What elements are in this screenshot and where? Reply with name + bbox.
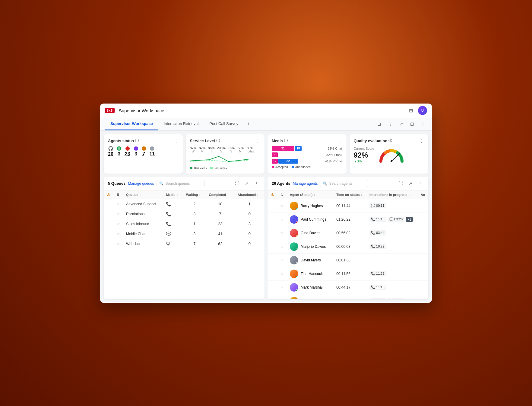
filter-icon[interactable]: ⊿ (375, 120, 384, 128)
download-icon[interactable]: ↓ (386, 120, 394, 128)
agent-interactions: 📞 18:22 (366, 240, 418, 253)
quality-header: Quality evaluation ⓘ ⋮ (354, 138, 424, 144)
th-queues[interactable]: Queues ↕ (123, 191, 163, 199)
agent-interactions (366, 253, 418, 267)
more-icon[interactable]: ⋮ (419, 120, 427, 128)
interaction-badge: 📞 03:44 (369, 230, 386, 235)
row-waiting: 7 (183, 239, 206, 249)
row-star[interactable]: ☆ (113, 239, 123, 249)
add-tab-button[interactable]: + (244, 121, 253, 127)
tab-interaction[interactable]: Interaction Retrieval (158, 118, 204, 130)
agents-search-box[interactable]: 🔍 Search agents (320, 180, 368, 187)
agents-table-container: ⚠ ⇅ Agent (Status) ↕ Time on status ↕ In… (268, 191, 428, 299)
agent-name: David Myers (301, 258, 321, 262)
th-sort[interactable]: ⇅ (113, 191, 123, 199)
user-avatar[interactable]: U (418, 106, 427, 115)
title-bar: 8x8 Supervisor Workspace ⊞ U (100, 104, 432, 118)
table-row: ☆ Escalations 📞 3 7 0 (104, 209, 264, 219)
agent-star[interactable]: ☆ (277, 240, 287, 253)
tab-supervisor[interactable]: Supervisor Workspace (105, 118, 158, 130)
media-bar-chat: 91 18 23% Chat (272, 146, 342, 151)
agent-star[interactable]: ☆ (277, 294, 287, 299)
queues-more-icon[interactable]: ⋮ (252, 180, 260, 187)
media-info-icon[interactable]: ⓘ (284, 138, 288, 143)
sl-day-today: 89% Today (246, 146, 254, 153)
row-star[interactable]: ☆ (113, 229, 123, 239)
agent-avatar (290, 297, 298, 299)
agent-cell: Gaynor Davidson (290, 297, 330, 299)
th-media[interactable]: Media ↕ (163, 191, 183, 199)
queues-export-icon[interactable]: ↗ (243, 180, 251, 187)
th-abandoned[interactable]: Abandoned ↕ (235, 191, 264, 199)
agents-status-menu[interactable]: ⋮ (174, 138, 179, 144)
media-menu[interactable]: ⋮ (337, 138, 342, 144)
agent-star[interactable]: ☆ (277, 199, 287, 213)
agents-export-icon[interactable]: ↗ (407, 180, 414, 187)
row-completed: 18 (206, 199, 235, 209)
svg-point-2 (391, 160, 392, 162)
chat-abandoned-bar: 18 (295, 146, 302, 151)
agents-panel: 26 Agents Manage agents 🔍 Search agents … (268, 177, 428, 299)
accepted-dot (272, 166, 274, 168)
sl-day-f: 82% F (199, 146, 206, 153)
quality-info-icon[interactable]: ⓘ (388, 138, 392, 143)
table-row: ☆ Barry Hughes (268, 199, 428, 213)
table-row: ☆ Mark Marshall (268, 280, 428, 294)
available-count: 3 (118, 151, 120, 157)
agent-interactions: 📞 11:22 (366, 267, 418, 280)
sl-chart (190, 155, 261, 165)
agent-ac (418, 240, 428, 253)
agent-star[interactable]: ☆ (277, 267, 287, 280)
th-completed[interactable]: Completed ↕ (206, 191, 235, 199)
queues-search-placeholder: Search queues (166, 181, 190, 186)
agents-panel-header: 26 Agents Manage agents 🔍 Search agents … (268, 177, 428, 191)
purple-dot (134, 146, 138, 151)
agent-star[interactable]: ☆ (277, 253, 287, 267)
sl-day-s1: 206% S (217, 146, 226, 153)
gray-dot (150, 146, 154, 151)
lastweek-dot (210, 167, 213, 169)
interaction-badge: 💬 00:11 (369, 203, 386, 208)
agents-more-icon[interactable]: ⋮ (416, 180, 424, 187)
agents-status-info-icon[interactable]: ⓘ (135, 138, 139, 143)
agents-table-head: ⚠ ⇅ Agent (Status) ↕ Time on status ↕ In… (268, 191, 428, 199)
manage-agents-link[interactable]: Manage agents (293, 181, 318, 186)
row-star[interactable]: ☆ (113, 199, 123, 209)
agent-star[interactable]: ☆ (277, 280, 287, 294)
quality-menu[interactable]: ⋮ (419, 138, 424, 144)
th-interactions[interactable]: Interactions in progress ↕ (366, 191, 418, 199)
media-bars: 91 18 23% Chat 4 32% Email (272, 146, 342, 164)
queues-search-box[interactable]: 🔍 Search queues (157, 180, 205, 187)
agent-star[interactable]: ☆ (277, 226, 287, 240)
grid-icon[interactable]: ⊞ (407, 106, 415, 115)
export-icon[interactable]: ↗ (397, 120, 405, 128)
row-alert (104, 239, 113, 249)
th-waiting[interactable]: Waiting ↕ (183, 191, 206, 199)
agent-name-cell: Marjorie Dawes (287, 240, 333, 253)
tab-bar: Supervisor Workspace Interaction Retriev… (100, 118, 432, 131)
table-row: ☆ David Myers (268, 253, 428, 267)
table-row: ☆ Webchat 🗨 7 62 0 (104, 239, 264, 249)
agents-expand-icon[interactable]: ⛶ (397, 180, 405, 187)
interaction-badge: 📞 11:22 (369, 271, 386, 276)
sl-menu[interactable]: ⋮ (255, 138, 260, 144)
row-star[interactable]: ☆ (113, 219, 123, 229)
agent-name: Paul Cummings (301, 217, 326, 222)
status-indicator (296, 276, 298, 278)
agent-star[interactable]: ☆ (277, 213, 287, 226)
row-star[interactable]: ☆ (113, 209, 123, 219)
manage-queues-link[interactable]: Manage queues (128, 181, 154, 186)
table-row: ☆ Sales Inbound 📞 1 23 3 (104, 219, 264, 229)
agent-time: 00:00:22 (333, 294, 366, 299)
th-ac[interactable]: Ac (418, 191, 428, 199)
tab-postcall[interactable]: Post Call Survey (204, 118, 244, 130)
th-agent-sort[interactable]: ⇅ (277, 191, 287, 199)
layout-icon[interactable]: ⊞ (408, 120, 416, 128)
agent-cell: Paul Cummings (290, 215, 330, 224)
interaction-cell: 💬 00:11 (369, 203, 415, 208)
sl-info-icon[interactable]: ⓘ (216, 138, 220, 143)
th-agent-name[interactable]: Agent (Status) ↕ (287, 191, 333, 199)
quality-evaluation-panel: Quality evaluation ⓘ ⋮ Current Score 92%… (350, 134, 429, 174)
th-time-on-status[interactable]: Time on status ↕ (333, 191, 366, 199)
queues-expand-icon[interactable]: ⛶ (233, 180, 241, 187)
